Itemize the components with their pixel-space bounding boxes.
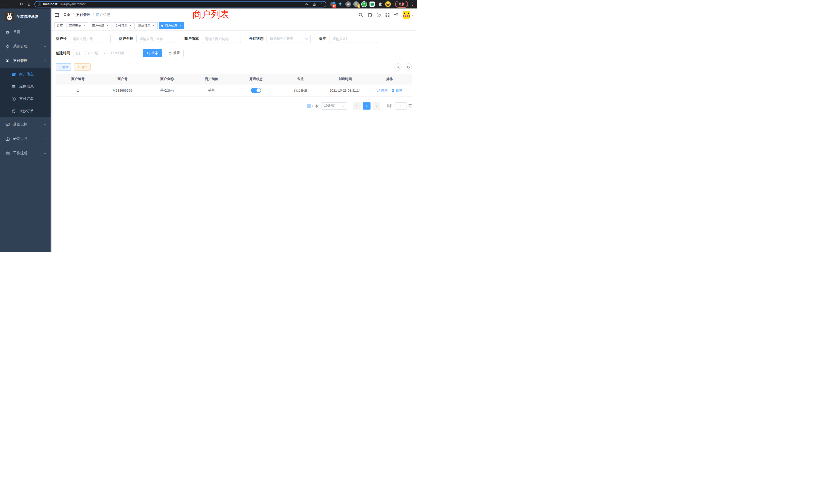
sidebar-item-payment-management[interactable]: ¥ 支付管理 — [0, 54, 50, 68]
sidebar-fold-icon[interactable] — [55, 13, 59, 17]
chevron-down-icon — [342, 104, 345, 107]
sidebar-subitem-refund-order[interactable]: 退款订单 — [0, 105, 50, 117]
edit-link[interactable]: 修改 — [377, 88, 388, 93]
extension-badge: 10 — [332, 4, 336, 8]
address-bar[interactable]: i localhost:1024/pay/merchant ☆ — [35, 1, 326, 7]
cell-create-time: 2021-10-23 08:31:14 — [323, 84, 367, 96]
sidebar-item-infrastructure[interactable]: 基础设施 — [0, 117, 50, 132]
sidebar-item-home[interactable]: 首页 — [0, 25, 50, 39]
merchant-table: 商户编号 商户号 商户全称 商户简称 开启状态 备注 创建时间 操作 1 M23… — [56, 74, 412, 97]
export-button[interactable]: 导出 — [74, 63, 91, 71]
refresh-icon — [407, 65, 410, 69]
extension-gem-icon[interactable] — [337, 1, 343, 7]
date-separator: - — [104, 51, 105, 55]
avatar-caret-icon[interactable]: ▾ — [412, 14, 413, 17]
site-info-icon[interactable]: i — [38, 3, 41, 6]
fullscreen-icon[interactable] — [385, 13, 390, 17]
sidebar-item-dev-tools[interactable]: 研发工具 — [0, 132, 50, 146]
table-row: 1 M233666999 芋道源码 芋艿 我是备注 2021-10-23 08:… — [56, 84, 412, 96]
sidebar-item-workflow[interactable]: 工作流程 — [0, 146, 50, 160]
breadcrumb-separator: / — [93, 13, 94, 17]
extension-emoji-icon[interactable] — [385, 1, 391, 7]
close-icon[interactable]: × — [129, 24, 132, 27]
prev-page-button[interactable] — [353, 102, 361, 110]
search-icon — [147, 51, 150, 55]
password-key-icon[interactable] — [305, 2, 309, 6]
extension-gray-circle-icon[interactable]: 1 — [353, 1, 359, 7]
reset-button[interactable]: 重置 — [164, 49, 183, 57]
close-icon[interactable]: × — [178, 24, 182, 27]
show-search-button[interactable] — [394, 63, 401, 71]
github-icon[interactable] — [368, 13, 372, 18]
date-range-input[interactable]: 开始日期 - 结束日期 — [73, 49, 132, 57]
sidebar-item-system-management[interactable]: 系统管理 — [0, 39, 50, 54]
tab-merchant-info[interactable]: 商户信息 × — [159, 22, 184, 29]
delete-link[interactable]: 删除 — [392, 88, 402, 93]
next-page-button[interactable] — [373, 102, 380, 110]
browser-back-button[interactable]: ← — [3, 1, 8, 7]
header-search-icon[interactable] — [358, 13, 363, 17]
merchant-no-input[interactable] — [70, 35, 111, 43]
chevron-down-icon — [44, 123, 46, 125]
bookmark-star-icon[interactable]: ☆ — [320, 2, 323, 6]
browser-menu-icon[interactable]: ⋮ — [411, 2, 414, 6]
status-select[interactable]: 请选择开启状态 — [266, 35, 311, 43]
font-size-icon[interactable]: TT — [394, 13, 398, 17]
top-navbar: 首页 / 支付管理 / 商户信息 ? TT — [50, 8, 417, 21]
breadcrumb-current: 商户信息 — [96, 13, 110, 17]
status-toggle[interactable] — [251, 88, 261, 93]
sidebar-menu: 首页 系统管理 ¥ 支付管理 商户信息 — [0, 25, 50, 160]
extensions-puzzle-icon[interactable] — [377, 1, 383, 7]
breadcrumb-home[interactable]: 首页 — [63, 13, 70, 17]
close-icon[interactable]: × — [152, 24, 155, 27]
document-icon — [11, 109, 16, 113]
extension-chat-icon[interactable] — [369, 1, 375, 7]
extension-y-icon[interactable]: Y — [361, 1, 367, 7]
refresh-table-button[interactable] — [405, 63, 412, 71]
browser-reload-button[interactable]: ↻ — [19, 1, 24, 7]
main-area: 商户列表 首页 / 支付管理 / 商户信息 ? — [50, 8, 417, 252]
extension-icons: 10 ⌘ 1 Y — [329, 1, 393, 7]
filter-merchant-no: 商户号 — [56, 35, 111, 43]
tab-user-group[interactable]: 用户分组 × — [90, 22, 111, 29]
page-size-select[interactable]: 10条/页 — [321, 102, 347, 110]
breadcrumb-payment-management[interactable]: 支付管理 — [76, 13, 90, 17]
goto-page-input[interactable] — [395, 102, 407, 110]
filter-create-time: 创建时间 开始日期 - 结束日期 — [56, 49, 132, 57]
browser-forward-button[interactable]: → — [10, 1, 16, 7]
browser-home-button[interactable]: ⌂ — [26, 1, 32, 7]
extension-blue-diamond-icon[interactable]: 10 — [329, 1, 335, 7]
remark-input[interactable] — [329, 35, 377, 43]
short-name-input[interactable] — [202, 35, 241, 43]
tab-refund-order[interactable]: 退款订单 × — [136, 22, 158, 29]
chrome-update-button[interactable]: 更新 — [395, 1, 408, 8]
close-icon[interactable]: × — [106, 24, 109, 27]
app-logo[interactable]: 芋道管理系统 — [0, 8, 50, 22]
help-icon[interactable]: ? — [377, 13, 381, 17]
cell-merchant-id: 1 — [56, 84, 100, 96]
page-1-button[interactable]: 1 — [363, 102, 371, 110]
share-icon[interactable] — [312, 2, 316, 6]
filter-status: 开启状态 请选择开启状态 — [249, 35, 311, 43]
sidebar-subitem-merchant-info[interactable]: 商户信息 — [0, 68, 50, 80]
full-name-input[interactable] — [136, 35, 176, 43]
goto-page: 前往 页 — [387, 102, 412, 110]
cell-actions: 修改 删除 — [368, 84, 412, 96]
user-avatar[interactable] — [403, 11, 410, 19]
search-button[interactable]: 搜索 — [143, 49, 162, 57]
tab-home[interactable]: 首页 — [54, 22, 65, 29]
close-icon[interactable]: × — [83, 24, 86, 27]
table-toolbar: + 新增 导出 — [56, 63, 412, 71]
tab-pay-order[interactable]: 支付订单 × — [113, 22, 135, 29]
search-icon — [396, 65, 400, 69]
tab-process-form[interactable]: 流程表单 × — [66, 22, 88, 29]
add-button[interactable]: + 新增 — [56, 63, 71, 71]
column-merchant-no: 商户号 — [100, 74, 145, 84]
extension-command-icon[interactable]: ⌘ — [345, 1, 351, 7]
column-actions: 操作 — [368, 74, 412, 84]
pagination: 共 1 条 10条/页 1 前往 页 — [56, 102, 412, 110]
chevron-down-icon — [305, 37, 308, 40]
sidebar-subitem-app-info[interactable]: 应用信息 — [0, 80, 50, 93]
table-header: 商户编号 商户号 商户全称 商户简称 开启状态 备注 创建时间 操作 — [56, 74, 412, 84]
sidebar-subitem-pay-order[interactable]: ¥ 支付订单 — [0, 93, 50, 105]
